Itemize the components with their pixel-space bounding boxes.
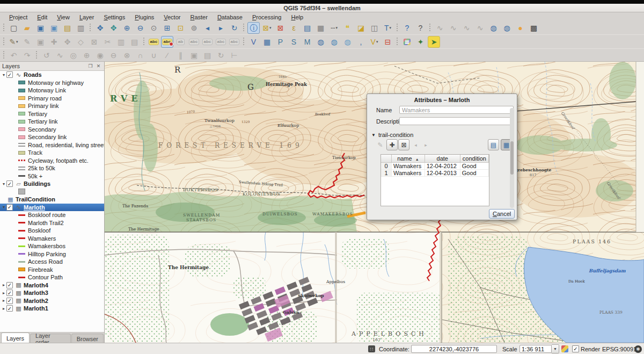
map-canvas[interactable]: R G RVE Hermitage Peak ·1645 Twaalfuurko… bbox=[105, 62, 644, 343]
add-wfs-layer-button[interactable]: ◍ bbox=[341, 36, 354, 48]
add-raster-layer-button[interactable]: ▦ bbox=[261, 36, 273, 48]
plugin-manager-button[interactable]: ✦ bbox=[414, 36, 427, 48]
layer-item-primary-road[interactable]: Primary road bbox=[0, 95, 104, 103]
layer-checkbox[interactable]: ✓ bbox=[6, 180, 13, 187]
highlight-pinned-labels-button[interactable]: abc bbox=[161, 36, 173, 48]
field-calculator-button[interactable]: ▦ bbox=[314, 22, 327, 34]
layer-checkbox[interactable]: ✓ bbox=[6, 71, 13, 78]
column-header-condition[interactable]: condition bbox=[460, 155, 488, 163]
add-wms-layer-button[interactable]: ◍ bbox=[314, 36, 327, 48]
refresh-map-button[interactable]: ↻ bbox=[228, 22, 240, 34]
expander-icon[interactable]: ▸ bbox=[1, 306, 6, 311]
select-by-expression-button[interactable]: ε bbox=[288, 22, 300, 34]
dialog-scrollbar-thumb[interactable] bbox=[510, 141, 514, 175]
globe-view-button[interactable]: ◍ bbox=[487, 22, 500, 34]
layer-item-25k-to-50k[interactable]: 25k to 50k bbox=[0, 164, 104, 172]
layer-item-motorway-or-highway[interactable]: Motorway or highway bbox=[0, 79, 104, 87]
layer-item-marloth[interactable]: ▾✓∿Marloth bbox=[0, 204, 104, 212]
select-features-button[interactable]: ⊠▾ bbox=[261, 22, 273, 34]
dialog-scrollbar[interactable] bbox=[510, 108, 514, 208]
table-row[interactable]: 1Wamakers12-04-2013Good bbox=[381, 170, 489, 177]
layer-item-item[interactable] bbox=[0, 188, 104, 196]
coordinate-capture-icon[interactable]: ∷ bbox=[368, 343, 375, 354]
zoom-in-button[interactable]: ⊕ bbox=[121, 22, 133, 34]
scale-combo[interactable]: 1:36 911▼ bbox=[519, 343, 559, 354]
zoom-full-button[interactable]: ⊞ bbox=[161, 22, 173, 34]
menu-plugins[interactable]: Plugins bbox=[130, 13, 159, 21]
expander-icon[interactable]: ▸ bbox=[1, 283, 6, 287]
form-view-button[interactable]: ▤ bbox=[488, 139, 499, 150]
whats-this-button[interactable]: ? bbox=[414, 22, 427, 34]
layer-item-secondary-link[interactable]: Secondary link bbox=[0, 133, 104, 141]
layer-item-primary-link[interactable]: Primary link bbox=[0, 102, 104, 110]
layer-item-50k[interactable]: 50k + bbox=[0, 172, 104, 180]
scale-dropdown-icon[interactable]: ▼ bbox=[552, 344, 559, 353]
style-manager-button[interactable]: ● bbox=[514, 22, 526, 34]
menu-raster[interactable]: Raster bbox=[185, 13, 212, 21]
expander-icon[interactable]: ▾ bbox=[1, 182, 6, 186]
layer-item-marloth-trail2[interactable]: Marloth Trail2 bbox=[0, 219, 104, 227]
pan-map-button[interactable]: ✥ bbox=[94, 22, 106, 34]
open-project-button[interactable]: ▰ bbox=[21, 22, 33, 34]
layer-item-wamakers[interactable]: Wamakers bbox=[0, 235, 104, 243]
table-row[interactable]: 0Wamakers12-04-2012Good bbox=[381, 163, 489, 170]
map-tips-button[interactable]: ❝ bbox=[341, 22, 354, 34]
trail-condition-table[interactable]: name▲datecondition0Wamakers12-04-2012Goo… bbox=[381, 155, 489, 177]
crs-status-icon[interactable]: ✱ bbox=[634, 343, 642, 354]
zoom-to-selection-button[interactable]: ⊡ bbox=[174, 22, 187, 34]
layer-item-access-road[interactable]: Access Road bbox=[0, 258, 104, 266]
menu-project[interactable]: Project bbox=[4, 13, 32, 21]
layer-checkbox[interactable]: ✓ bbox=[6, 204, 13, 211]
layer-item-tertiary-link[interactable]: Tertiary link bbox=[0, 118, 104, 126]
expander-icon[interactable]: ▸ bbox=[1, 298, 6, 303]
layer-item-marloth1[interactable]: ▸✓▩Marloth1 bbox=[0, 305, 104, 313]
dropdown-arrow-icon[interactable]: ▾ bbox=[376, 40, 378, 44]
show-bookmarks-button[interactable]: ◫ bbox=[368, 22, 380, 34]
composer-manager-button[interactable]: ▥ bbox=[75, 22, 87, 34]
zoom-last-button[interactable]: ◂ bbox=[201, 22, 214, 34]
dropdown-arrow-icon[interactable]: ▾ bbox=[16, 40, 18, 44]
text-annotation-button[interactable]: T▾ bbox=[382, 22, 394, 34]
new-bookmark-button[interactable]: ◪ bbox=[355, 22, 367, 34]
menu-edit[interactable]: Edit bbox=[32, 13, 52, 21]
add-mssql-layer-button[interactable]: M bbox=[301, 36, 313, 48]
remove-layer-button[interactable]: ⊟ bbox=[382, 36, 394, 48]
current-edits-button[interactable]: ✎▾ bbox=[8, 36, 20, 48]
column-header-date[interactable]: date bbox=[425, 155, 460, 163]
expander-icon[interactable]: ▾ bbox=[1, 73, 6, 77]
add-vector-layer-button[interactable]: V bbox=[247, 36, 260, 48]
expander-icon[interactable]: ▸ bbox=[1, 291, 6, 295]
layer-item-tertiary[interactable]: Tertiary bbox=[0, 110, 104, 118]
close-panel-icon[interactable]: ✕ bbox=[95, 63, 102, 69]
globe-download-button[interactable]: ◍ bbox=[501, 22, 513, 34]
layer-item-buildings[interactable]: ▾✓▱Buildings bbox=[0, 180, 104, 188]
add-spatialite-layer-button[interactable]: S bbox=[288, 36, 300, 48]
float-panel-icon[interactable]: ❐ bbox=[87, 63, 94, 69]
layer-checkbox[interactable]: ✓ bbox=[6, 298, 13, 304]
cancel-button[interactable]: Cancel bbox=[489, 209, 515, 219]
dropdown-arrow-icon[interactable]: ▾ bbox=[269, 26, 272, 30]
add-postgis-layer-button[interactable]: P bbox=[274, 36, 287, 48]
dropdown-arrow-icon[interactable]: ▾ bbox=[390, 26, 392, 30]
add-delimited-text-layer-button[interactable]: , bbox=[355, 36, 367, 48]
render-paint-icon[interactable] bbox=[561, 343, 568, 354]
expander-icon[interactable]: ▾ bbox=[1, 205, 6, 209]
menu-settings[interactable]: Settings bbox=[99, 13, 130, 21]
layer-labeling-options-button[interactable]: abc bbox=[148, 36, 160, 48]
new-print-composer-button[interactable]: ▤ bbox=[61, 22, 74, 34]
name-input[interactable] bbox=[399, 106, 514, 114]
layer-item-cycleway-footpath-etc[interactable]: Cycleway, footpath etc. bbox=[0, 157, 104, 165]
layer-checkbox[interactable]: ✓ bbox=[6, 282, 13, 288]
raster-calculator-button[interactable]: ▩ bbox=[528, 22, 540, 34]
pan-to-selection-button[interactable]: ✥ bbox=[107, 22, 120, 34]
layer-item-contour-path[interactable]: Contour Path bbox=[0, 273, 104, 281]
zoom-native-button[interactable]: ⊙ bbox=[148, 22, 160, 34]
menu-vector[interactable]: Vector bbox=[159, 13, 185, 21]
layer-item-boskloof-route[interactable]: Boskloof route bbox=[0, 211, 104, 219]
column-header-name[interactable]: name▲ bbox=[392, 155, 425, 163]
open-attribute-table-button[interactable]: ▤ bbox=[301, 22, 313, 34]
layer-item-roads[interactable]: ▾✓∿Roads bbox=[0, 71, 104, 79]
layer-item-boskloof[interactable]: Boskloof bbox=[0, 227, 104, 235]
layer-item-secondary[interactable]: Secondary bbox=[0, 126, 104, 134]
layer-checkbox[interactable]: ✓ bbox=[6, 305, 13, 312]
